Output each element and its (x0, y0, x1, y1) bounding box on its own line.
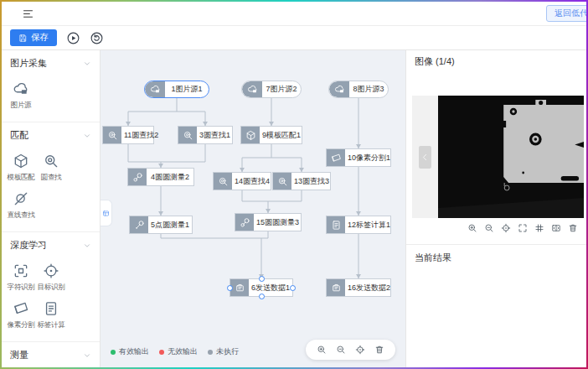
tool-item-label: 标签计算 (38, 320, 65, 330)
node-connection-handle[interactable] (259, 276, 265, 282)
tool-item-ocr[interactable]: 字符识别 (7, 262, 35, 293)
flow-canvas[interactable]: 有效输出无效输出未执行 1图片源17图片源28图片源311圆查找23圆查找19模… (101, 50, 405, 367)
flow-node-15[interactable]: 15圆圆测量3 (235, 213, 302, 231)
flow-node-4[interactable]: 4圆圆测量2 (127, 168, 194, 186)
run-once-button[interactable] (90, 31, 104, 45)
send-data-icon (230, 279, 249, 296)
node-connection-handle[interactable] (290, 285, 296, 291)
line-find-icon (13, 190, 29, 207)
tool-item-template-match[interactable]: 模板匹配 (7, 153, 35, 183)
flow-node-label: 8图片源3 (349, 81, 388, 97)
panel-collapse-handle[interactable] (101, 200, 112, 226)
flow-node-label: 4圆圆测量2 (147, 169, 193, 185)
tool-item-line-find[interactable]: 直线查找 (7, 190, 35, 221)
flow-node-12[interactable]: 12标签计算1 (326, 216, 391, 234)
tool-item-circle-find[interactable]: 圆查找 (37, 153, 65, 183)
chevron-down-icon[interactable] (83, 132, 91, 140)
circle-find-icon (273, 173, 291, 190)
flow-node-label: 6发送数据1 (249, 279, 292, 296)
chevron-down-icon[interactable] (83, 242, 91, 250)
flow-node-5[interactable]: 5点圆测量1 (129, 216, 193, 234)
flow-node-label: 10像素分割1 (345, 149, 393, 166)
chevron-down-icon[interactable] (83, 60, 91, 68)
image-source-icon (242, 81, 262, 97)
tool-item-pixel-seg[interactable]: 像素分割 (7, 300, 35, 330)
node-connection-handle[interactable] (227, 285, 233, 291)
template-match-icon (13, 153, 29, 169)
legend-label: 未执行 (216, 346, 239, 357)
tool-item-label: 像素分割 (8, 320, 35, 330)
image-toolbar (467, 223, 578, 233)
flow-node-3[interactable]: 3圆查找1 (178, 126, 233, 144)
tool-item-target-detect[interactable]: 目标识别 (37, 262, 65, 293)
result-panel-title: 当前结果 (415, 252, 451, 264)
tool-item-label: 模板匹配 (8, 173, 35, 183)
sidebar-section-1: 图片采集图片源 (2, 50, 100, 122)
target-detect-icon (43, 262, 59, 279)
tool-item-label: 目标识别 (38, 283, 65, 293)
section-title: 深度学习 (10, 239, 47, 252)
flow-node-8[interactable]: 8图片源3 (328, 81, 389, 98)
trash-icon[interactable] (568, 223, 578, 233)
result-panel: 图像 (1/4) (405, 50, 586, 367)
flow-node-11[interactable]: 11圆查找2 (102, 126, 154, 144)
flow-node-6[interactable]: 6发送数据1 (230, 278, 293, 297)
flow-node-7[interactable]: 7图片源2 (241, 81, 302, 98)
node-connection-handle[interactable] (259, 294, 265, 299)
tool-item-label-calc[interactable]: 标签计算 (37, 300, 65, 330)
save-button[interactable]: 保存 (10, 29, 57, 46)
zoom-in-icon[interactable] (317, 345, 327, 355)
run-button[interactable] (66, 31, 80, 45)
flow-node-1[interactable]: 1图片源1 (144, 81, 209, 98)
section-title: 图片采集 (10, 57, 47, 70)
measure-cc-icon (128, 169, 147, 185)
legend-dot (111, 350, 116, 355)
fullscreen-icon[interactable] (518, 223, 528, 233)
measure-pc-icon (130, 216, 148, 233)
zoom-in-icon[interactable] (467, 223, 477, 233)
flow-node-16[interactable]: 16发送数据2 (326, 278, 391, 297)
trash-icon[interactable] (374, 345, 384, 355)
legend-item: 无效输出 (159, 346, 198, 357)
legend-label: 无效输出 (168, 346, 198, 357)
ocr-icon (13, 262, 29, 279)
flow-node-9[interactable]: 9模板匹配1 (240, 126, 302, 144)
back-to-lowcode-button[interactable]: 返回低代 (546, 5, 586, 22)
compare-icon[interactable] (551, 223, 561, 233)
menu-icon[interactable] (22, 8, 34, 23)
tool-item-image-source[interactable]: 图片源 (7, 81, 35, 111)
circle-find-icon (178, 127, 197, 143)
template-match-icon (241, 127, 260, 143)
image-source-icon (329, 81, 349, 97)
tool-sidebar: 图片采集图片源匹配模板匹配圆查找直线查找深度学习字符识别目标识别像素分割标签计算… (2, 50, 101, 367)
image-source-icon (145, 81, 165, 97)
flow-node-label: 15圆圆测量3 (254, 214, 302, 231)
locate-icon[interactable] (355, 345, 365, 355)
zoom-out-icon[interactable] (484, 223, 494, 233)
zoom-out-icon[interactable] (336, 345, 346, 355)
flow-node-label: 12标签计算1 (345, 216, 393, 233)
sidebar-section-header[interactable]: 图片采集 (2, 50, 100, 71)
legend-dot (208, 350, 213, 355)
flow-node-14[interactable]: 14圆查找4 (213, 172, 271, 190)
prev-image-button[interactable] (419, 146, 431, 169)
grid-icon[interactable] (534, 223, 544, 233)
chevron-down-icon[interactable] (83, 351, 91, 360)
sidebar-section-header[interactable]: 深度学习 (2, 232, 100, 253)
tool-item-label: 字符识别 (8, 283, 35, 293)
flow-node-label: 1图片源1 (165, 81, 209, 97)
label-calc-icon (327, 216, 345, 233)
locate-icon[interactable] (501, 223, 511, 233)
measure-cc-icon (235, 214, 254, 231)
sidebar-section-header[interactable]: 测量 (2, 342, 100, 363)
sidebar-section-header[interactable]: 匹配 (2, 122, 100, 143)
flow-node-10[interactable]: 10像素分割1 (326, 148, 391, 167)
circle-find-icon (43, 153, 59, 169)
tool-item-label: 图片源 (11, 101, 32, 111)
pixel-seg-icon (13, 300, 29, 317)
tool-item-label: 圆查找 (41, 173, 62, 183)
flow-node-label: 3圆查找1 (197, 127, 233, 143)
flow-node-label: 5点圆测量1 (148, 216, 192, 233)
flow-node-label: 7图片源2 (262, 81, 301, 97)
flow-node-13[interactable]: 13圆查找3 (272, 172, 331, 190)
